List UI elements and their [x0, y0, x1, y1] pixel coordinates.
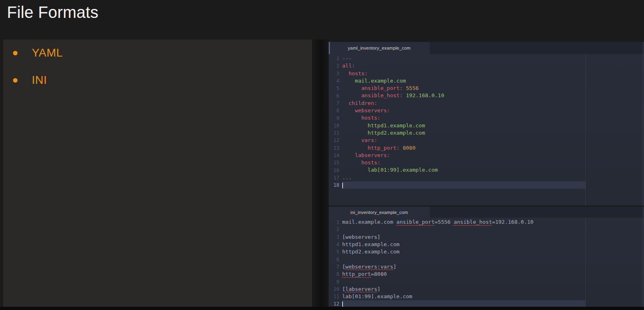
line-number: 10 — [329, 286, 339, 292]
line-number: 6 — [329, 93, 339, 99]
code-line[interactable]: 17... — [329, 174, 644, 181]
panel-gap — [312, 39, 329, 307]
line-number: 18 — [329, 182, 339, 188]
bullet-item-ini: INI — [3, 73, 47, 87]
line-number: 14 — [329, 153, 339, 158]
code-line[interactable]: 2all: — [329, 62, 644, 70]
tab-label: yaml_inventory_example_com — [348, 46, 411, 50]
line-number: 1 — [329, 56, 339, 61]
yaml-code[interactable]: 1---2all:3 hosts:4 mail.example.com5 ans… — [329, 54, 644, 205]
slide: File Formats YAML INI yaml_inventory_exa… — [0, 0, 644, 310]
code-line[interactable]: 1mail.example.com ansible_port=5556 ansi… — [329, 218, 644, 226]
column-ruler — [585, 54, 586, 205]
active-tab-indicator — [329, 42, 330, 54]
line-number: 16 — [329, 168, 339, 173]
line-number: 12 — [329, 138, 339, 143]
line-number: 10 — [329, 123, 339, 129]
line-number: 17 — [329, 175, 339, 181]
yaml-tab-bar: yaml_inventory_example_com — [329, 42, 644, 54]
code-line[interactable]: 13 http_port: 8080 — [329, 144, 644, 152]
code-line[interactable]: 1--- — [329, 55, 644, 62]
code-line[interactable]: 3[webservers] — [329, 234, 644, 241]
bullet-icon — [13, 51, 18, 55]
code-line[interactable]: 9 — [329, 278, 644, 285]
bullet-label: INI — [32, 74, 47, 87]
code-line[interactable]: 16 lab[01:99].example.com — [329, 166, 644, 174]
code-line[interactable]: 7[webservers:vars] — [329, 263, 644, 271]
bullet-item-yaml: YAML — [3, 46, 63, 60]
content-panel: YAML INI — [3, 39, 312, 307]
code-line[interactable]: 6 ansible_host: 192.168.0.10 — [329, 92, 644, 99]
tab-ini-inventory[interactable]: ini_inventory_example_com — [329, 207, 430, 218]
code-line[interactable]: 4 mail.example.com — [329, 77, 644, 85]
page-title: File Formats — [7, 3, 99, 22]
code-line[interactable]: 5 ansible_port: 5556 — [329, 85, 644, 92]
line-number: 11 — [329, 130, 339, 136]
code-line[interactable]: 18 — [329, 181, 644, 189]
line-number: 3 — [329, 234, 339, 240]
code-line[interactable]: 14 labservers: — [329, 152, 644, 159]
line-number: 4 — [329, 242, 339, 247]
line-number: 7 — [329, 100, 339, 106]
code-line[interactable]: 2 — [329, 226, 644, 233]
tab-label: ini_inventory_example_com — [350, 210, 408, 215]
text-cursor — [342, 301, 343, 307]
line-number: 13 — [329, 145, 339, 151]
line-number: 5 — [329, 249, 339, 255]
line-number: 5 — [329, 85, 339, 91]
line-number: 11 — [329, 294, 339, 299]
code-line[interactable]: 15 hosts: — [329, 159, 644, 166]
scrollbar[interactable] — [642, 42, 644, 205]
code-line[interactable]: 9 hosts: — [329, 114, 644, 122]
tab-yaml-inventory[interactable]: yaml_inventory_example_com — [329, 42, 430, 54]
bottom-edge — [0, 307, 644, 310]
code-line[interactable]: 6 — [329, 255, 644, 263]
code-line[interactable]: 11lab[01:99].example.com — [329, 293, 644, 300]
code-line[interactable]: 7 children: — [329, 100, 644, 107]
line-number: 6 — [329, 257, 339, 262]
code-line[interactable]: 4httpd1.example.com — [329, 241, 644, 248]
scrollbar[interactable] — [642, 207, 644, 307]
bullet-icon — [13, 78, 18, 83]
line-number: 8 — [329, 271, 339, 277]
ini-editor-panel: ini_inventory_example_com 1mail.example.… — [329, 207, 644, 307]
code-line[interactable]: 8 webservers: — [329, 107, 644, 114]
ini-code[interactable]: 1mail.example.com ansible_port=5556 ansi… — [329, 218, 644, 307]
text-cursor — [342, 183, 343, 188]
line-number: 3 — [329, 71, 339, 76]
line-number: 2 — [329, 227, 339, 232]
line-number: 7 — [329, 264, 339, 270]
code-line[interactable]: 11 httpd2.example.com — [329, 129, 644, 137]
code-line[interactable]: 10[labservers] — [329, 286, 644, 293]
line-number: 4 — [329, 78, 339, 84]
code-line[interactable]: 3 hosts: — [329, 70, 644, 77]
ini-tab-bar: ini_inventory_example_com — [329, 207, 644, 218]
line-number: 9 — [329, 116, 339, 121]
line-number: 9 — [329, 279, 339, 285]
code-line[interactable]: 12 vars: — [329, 137, 644, 144]
line-number: 12 — [329, 301, 339, 307]
line-number: 15 — [329, 160, 339, 166]
code-line[interactable]: 5httpd2.example.com — [329, 248, 644, 255]
line-number: 1 — [329, 219, 339, 225]
line-number: 2 — [329, 63, 339, 69]
bullet-label: YAML — [32, 46, 63, 59]
code-line[interactable]: 10 httpd1.example.com — [329, 122, 644, 129]
line-number: 8 — [329, 108, 339, 114]
yaml-editor-panel: yaml_inventory_example_com 1---2all:3 ho… — [329, 42, 644, 205]
column-ruler — [585, 218, 586, 307]
code-line[interactable]: 8http_port=8080 — [329, 271, 644, 278]
